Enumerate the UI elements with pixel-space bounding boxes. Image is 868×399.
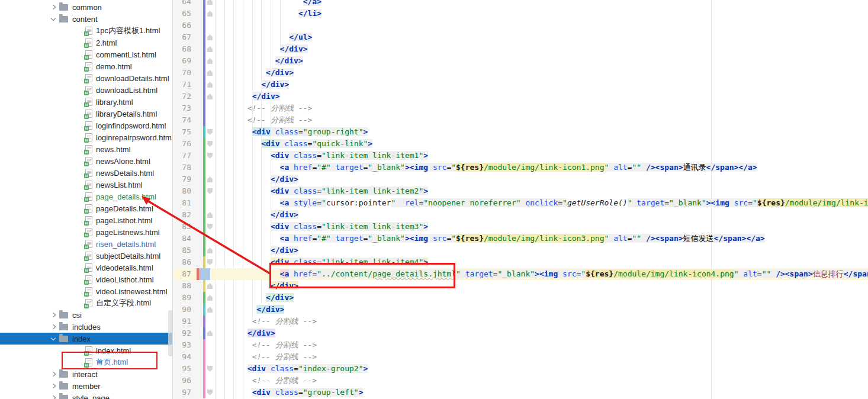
- code-line-69[interactable]: 69 </div>: [173, 55, 868, 67]
- chevron-down-icon[interactable]: [50, 15, 57, 22]
- fold-marker-icon[interactable]: [207, 366, 213, 372]
- code-line-97[interactable]: 97 <div class="group-left">: [173, 387, 868, 398]
- tree-item-1pc-template[interactable]: H1pc内容模板1.html: [0, 25, 172, 37]
- chevron-right-icon[interactable]: [50, 323, 57, 330]
- code-line-92[interactable]: 92 </div>: [173, 327, 868, 339]
- fold-marker-icon[interactable]: [207, 247, 213, 253]
- fold-marker-icon[interactable]: [207, 259, 213, 265]
- chevron-right-icon[interactable]: [50, 394, 57, 399]
- code-line-72[interactable]: 72 </div>: [173, 91, 868, 102]
- tree-item-includes[interactable]: includes: [0, 321, 172, 333]
- chevron-right-icon[interactable]: [50, 311, 57, 318]
- code-line-90[interactable]: 90 </div>: [173, 304, 868, 316]
- tree-item-videodetails[interactable]: Hvideodetails.html: [0, 262, 172, 273]
- fold-marker-icon[interactable]: [207, 0, 213, 5]
- tree-item-custom-field[interactable]: H自定义字段.html: [0, 297, 172, 309]
- fold-marker-icon[interactable]: [207, 153, 213, 159]
- code-line-83[interactable]: 83 <div class="link-item link-item3">: [173, 221, 868, 233]
- code-line-82[interactable]: 82 </div>: [173, 209, 868, 221]
- tree-item-newsAlone[interactable]: HnewsAlone.html: [0, 155, 172, 167]
- fold-marker-icon[interactable]: [207, 70, 213, 76]
- tree-item-style_page[interactable]: style_page: [0, 392, 172, 399]
- chevron-right-icon[interactable]: [50, 382, 57, 390]
- tree-item-library[interactable]: Hlibrary.html: [0, 96, 172, 108]
- tree-item-newsDetails[interactable]: HnewsDetails.html: [0, 167, 172, 179]
- tree-item-newsList[interactable]: HnewsList.html: [0, 179, 172, 191]
- tree-item-videoListnewest[interactable]: HvideoListnewest.html: [0, 285, 172, 297]
- code-line-67[interactable]: 67 </ul>: [173, 31, 868, 43]
- tree-item-interact[interactable]: interact: [0, 368, 172, 380]
- fold-marker-icon[interactable]: [207, 11, 213, 17]
- chevron-right-icon[interactable]: [50, 4, 57, 11]
- tree-item-csi[interactable]: csi: [0, 309, 172, 321]
- tree-item-pageDetails[interactable]: HpageDetails.html: [0, 202, 172, 214]
- tree-item-subjectDetails[interactable]: HsubjectDetails.html: [0, 250, 172, 262]
- tree-item-member[interactable]: member: [0, 380, 172, 392]
- code-line-95[interactable]: 95 <div class="index-group2">: [173, 363, 868, 375]
- code-line-66[interactable]: 66: [173, 20, 868, 31]
- code-line-64[interactable]: 64 </a>: [173, 0, 868, 8]
- html-badge: H: [84, 268, 89, 273]
- code-line-80[interactable]: 80 <div class="link-item link-item2">: [173, 185, 868, 197]
- code-line-79[interactable]: 79 </div>: [173, 173, 868, 185]
- tree-scrollbar[interactable]: [168, 310, 173, 356]
- code-line-73[interactable]: 73 <!-- 分割线 -->: [173, 102, 868, 114]
- tree-item-news[interactable]: Hnews.html: [0, 143, 172, 155]
- tree-item-videoListhot[interactable]: HvideoListhot.html: [0, 273, 172, 285]
- chevron-down-icon[interactable]: [50, 335, 57, 342]
- fold-marker-icon[interactable]: [207, 141, 213, 147]
- fold-marker-icon[interactable]: [207, 283, 213, 289]
- code-line-89[interactable]: 89 </div>: [173, 292, 868, 304]
- code-line-96[interactable]: 96 <!-- 分割线 -->: [173, 375, 868, 387]
- code-line-65[interactable]: 65 </li>: [173, 8, 868, 20]
- code-line-77[interactable]: 77 <div class="link-item link-item1">: [173, 150, 868, 162]
- fold-marker-icon[interactable]: [207, 58, 213, 64]
- tree-item-loginrepairpsword[interactable]: Hloginrepairpsword.html: [0, 131, 172, 143]
- code-line-74[interactable]: 74 <!-- 分割线 -->: [173, 114, 868, 126]
- fold-marker-icon[interactable]: [207, 307, 213, 313]
- code-line-68[interactable]: 68 </div>: [173, 43, 868, 55]
- fold-marker-icon[interactable]: [207, 94, 213, 99]
- fold-marker-icon[interactable]: [207, 176, 213, 182]
- fold-marker-icon[interactable]: [207, 82, 213, 88]
- fold-marker-icon[interactable]: [207, 212, 213, 218]
- tree-item-downloadList[interactable]: HdownloadList.html: [0, 84, 172, 96]
- tree-item-2[interactable]: H2.html: [0, 37, 172, 49]
- fold-marker-icon[interactable]: [207, 330, 213, 336]
- chevron-right-icon[interactable]: [50, 371, 57, 378]
- tree-item-index[interactable]: index: [0, 333, 172, 345]
- tree-item-libraryDetails[interactable]: HlibraryDetails.html: [0, 108, 172, 120]
- code-line-70[interactable]: 70 </div>: [173, 67, 868, 79]
- tree-item-loginfindpsword[interactable]: Hloginfindpsword.html: [0, 120, 172, 131]
- tree-item-pageListhot[interactable]: HpageListhot.html: [0, 214, 172, 226]
- code-editor[interactable]: 64 </a>65 </li>6667 </ul>68 </div>69 </d…: [173, 0, 868, 399]
- tree-item-label: videodetails.html: [95, 263, 153, 272]
- code-line-94[interactable]: 94 <!-- 分割线 -->: [173, 351, 868, 363]
- code-line-91[interactable]: 91 <!-- 分割线 -->: [173, 316, 868, 327]
- code-line-75[interactable]: 75 <div class="group-right">: [173, 126, 868, 138]
- code-line-76[interactable]: 76 <div class="quick-link">: [173, 138, 868, 150]
- fold-marker-icon[interactable]: [207, 188, 213, 194]
- tree-item-commentList[interactable]: HcommentList.html: [0, 49, 172, 60]
- tree-item-content[interactable]: content: [0, 13, 172, 25]
- fold-marker-icon[interactable]: [207, 46, 213, 52]
- code-line-78[interactable]: 78 <a href="#" target="_blank"><img src=…: [173, 162, 868, 173]
- code-line-71[interactable]: 71 </div>: [173, 79, 868, 91]
- folder-icon: [59, 383, 68, 390]
- fold-marker-icon[interactable]: [207, 34, 213, 40]
- fold-marker-icon[interactable]: [207, 224, 213, 230]
- code-line-81[interactable]: 81 <a style="cursor:pointer" rel="noopen…: [173, 197, 868, 209]
- code-line-84[interactable]: 84 <a href="#" target="_blank"><img src=…: [173, 233, 868, 244]
- tree-item-downloadDetails[interactable]: HdownloadDetails.html: [0, 72, 172, 84]
- fold-marker-icon[interactable]: [207, 295, 213, 301]
- code-line-85[interactable]: 85 </div>: [173, 244, 868, 256]
- tree-item-risen_details[interactable]: Hrisen_details.html: [0, 238, 172, 250]
- tree-item-demo[interactable]: Hdemo.html: [0, 60, 172, 72]
- tree-item-common[interactable]: common: [0, 1, 172, 13]
- fold-marker-icon[interactable]: [207, 390, 213, 395]
- fold-marker-icon[interactable]: [207, 129, 213, 135]
- line-number: 76: [173, 138, 191, 150]
- tree-item-pageListnews[interactable]: HpageListnews.html: [0, 226, 172, 238]
- tree-item-page_details[interactable]: Hpage_details.html: [0, 191, 172, 202]
- code-line-93[interactable]: 93 <!-- 分割线 -->: [173, 339, 868, 351]
